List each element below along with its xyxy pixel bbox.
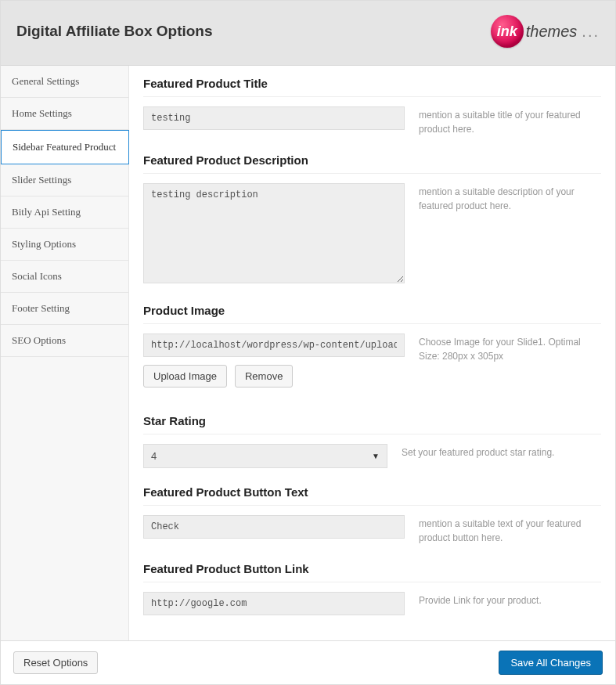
button-text-desc: mention a suitable text of your featured… [419, 515, 601, 545]
reset-options-button[interactable]: Reset Options [13, 651, 98, 674]
section-heading: Product Image [143, 304, 601, 324]
sidebar-item-social[interactable]: Social Icons [1, 261, 128, 293]
body: General Settings Home Settings Sidebar F… [1, 66, 615, 640]
title-input[interactable] [143, 106, 405, 130]
button-text-input[interactable] [143, 515, 405, 539]
section-heading: Featured Product Description [143, 153, 601, 174]
logo-dots: ... [582, 23, 600, 41]
section-heading: Featured Product Title [143, 77, 601, 97]
section-heading: Featured Product Button Link [143, 562, 601, 582]
chevron-down-icon: ▼ [372, 452, 380, 460]
description-textarea[interactable]: testing description [143, 183, 405, 283]
sidebar-item-styling[interactable]: Styling Options [1, 229, 128, 261]
button-link-desc: Provide Link for your product. [419, 592, 601, 607]
section-image: Product Image Upload Image Remove Choose… [143, 304, 601, 388]
sidebar-item-bitly[interactable]: Bitly Api Setting [1, 196, 128, 229]
section-heading: Featured Product Button Text [143, 485, 601, 506]
description-desc: mention a suitable description of your f… [419, 183, 601, 213]
sidebar-item-seo[interactable]: SEO Options [1, 325, 128, 357]
section-button-link: Featured Product Button Link Provide Lin… [143, 562, 601, 615]
page-title: Digital Affiliate Box Options [16, 23, 213, 40]
rating-value: 4 [151, 450, 157, 462]
section-heading: Star Rating [143, 414, 601, 434]
remove-image-button[interactable]: Remove [235, 365, 293, 388]
sidebar: General Settings Home Settings Sidebar F… [1, 66, 129, 640]
section-rating: Star Rating 4 ▼ Set your featured produc… [143, 414, 601, 468]
sidebar-item-home[interactable]: Home Settings [1, 98, 128, 130]
section-description: Featured Product Description testing des… [143, 153, 601, 287]
logo-icon: ink [491, 15, 524, 48]
sidebar-item-general[interactable]: General Settings [1, 66, 128, 98]
image-path-input[interactable] [143, 333, 405, 357]
save-all-button[interactable]: Save All Changes [499, 651, 603, 675]
upload-image-button[interactable]: Upload Image [143, 365, 227, 388]
sidebar-item-slider[interactable]: Slider Settings [1, 164, 128, 196]
rating-desc: Set your featured product star rating. [402, 444, 601, 460]
rating-select[interactable]: 4 ▼ [143, 444, 387, 468]
sidebar-item-featured-product[interactable]: Sidebar Featured Product [1, 130, 129, 164]
options-panel: Digital Affiliate Box Options ink themes… [0, 0, 616, 685]
brand-logo: ink themes ... [491, 15, 600, 48]
logo-text: themes [526, 23, 578, 41]
section-button-text: Featured Product Button Text mention a s… [143, 485, 601, 545]
section-title: Featured Product Title mention a suitabl… [143, 77, 601, 136]
image-desc: Choose Image for your Slide1. Optimal Si… [419, 333, 601, 363]
header: Digital Affiliate Box Options ink themes… [1, 1, 615, 66]
button-link-input[interactable] [143, 592, 405, 615]
title-desc: mention a suitable title of your feature… [419, 106, 601, 136]
main-content: Featured Product Title mention a suitabl… [129, 66, 615, 640]
footer: Reset Options Save All Changes [1, 640, 615, 684]
sidebar-item-footer[interactable]: Footer Setting [1, 293, 128, 325]
